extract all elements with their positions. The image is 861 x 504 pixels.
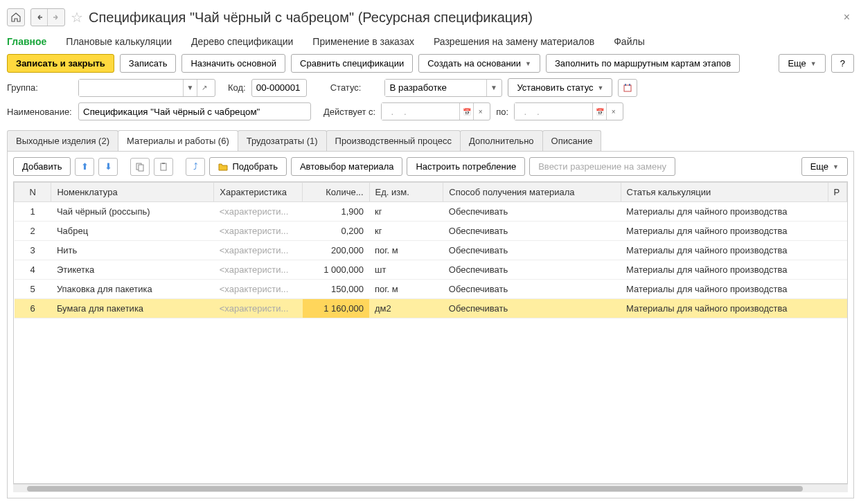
share-button[interactable]: ⤴ <box>186 158 205 176</box>
status-input[interactable] <box>385 80 486 96</box>
clear-icon[interactable]: × <box>606 103 620 120</box>
forward-button[interactable] <box>48 9 64 26</box>
valid-from-label: Действует с: <box>323 107 375 117</box>
col-item[interactable]: Номенклатура <box>51 183 214 202</box>
cell-char: <характеристи... <box>214 260 303 280</box>
col-n[interactable]: N <box>15 183 51 202</box>
cell-item: Нить <box>51 241 214 260</box>
cell-qty: 1,900 <box>303 202 369 222</box>
tab-description[interactable]: Описание <box>542 130 602 151</box>
home-button[interactable] <box>7 8 25 26</box>
table-header-row: N Номенклатура Характеристика Количе... … <box>15 183 847 202</box>
tab-materials[interactable]: Материалы и работы (6) <box>118 130 238 151</box>
table-row[interactable]: 1Чай чёрный (россыпь)<характеристи...1,9… <box>15 202 847 222</box>
move-down-button[interactable]: ⬇ <box>98 158 118 176</box>
cell-qty: 200,000 <box>303 241 369 260</box>
set-main-button[interactable]: Назначить основной <box>181 54 285 73</box>
compare-button[interactable]: Сравнить спецификации <box>291 54 413 73</box>
menu-permissions[interactable]: Разрешения на замену материалов <box>434 36 594 47</box>
back-button[interactable] <box>31 9 48 26</box>
col-p[interactable]: Р <box>828 183 846 202</box>
calendar-icon[interactable]: 📅 <box>459 103 473 120</box>
select-button[interactable]: Подобрать <box>209 157 286 176</box>
name-input[interactable] <box>78 102 311 120</box>
code-label: Код: <box>228 82 246 93</box>
menu-main[interactable]: Главное <box>7 36 46 47</box>
favorite-star-icon[interactable]: ☆ <box>71 9 83 26</box>
col-char[interactable]: Характеристика <box>214 183 303 202</box>
cell-unit: шт <box>369 260 443 280</box>
configure-button[interactable]: Настроить потребление <box>407 157 525 176</box>
col-article[interactable]: Статья калькуляции <box>621 183 828 202</box>
save-button[interactable]: Записать <box>120 54 177 73</box>
group-label: Группа: <box>7 82 73 93</box>
cell-p <box>828 222 846 241</box>
menu-tree[interactable]: Дерево спецификации <box>191 36 293 47</box>
tab-labor[interactable]: Трудозатраты (1) <box>238 130 327 151</box>
tab-process[interactable]: Производственный процесс <box>326 130 461 151</box>
cell-unit: кг <box>369 222 443 241</box>
clear-icon[interactable]: × <box>473 103 487 120</box>
status-label: Статус: <box>330 82 362 93</box>
cell-n: 5 <box>15 280 51 299</box>
code-input[interactable] <box>251 79 307 97</box>
cell-article: Материалы для чайного производства <box>621 202 828 222</box>
ing[interactable]: Еще▼ <box>801 157 848 176</box>
table-row[interactable]: 6Бумага для пакетика<характеристи...1 16… <box>15 299 847 318</box>
window: ☆ Спецификация "Чай чёрный с чабрецом" (… <box>0 0 861 504</box>
cell-n: 1 <box>15 202 51 222</box>
tab-additional[interactable]: Дополнительно <box>460 130 543 151</box>
cell-p <box>828 241 846 260</box>
group-input[interactable] <box>79 80 183 96</box>
table-row[interactable]: 5Упаковка для пакетика<характеристи...15… <box>15 280 847 299</box>
paste-button[interactable] <box>154 158 173 176</box>
to-label: по: <box>496 107 508 117</box>
dropdown-icon[interactable]: ▼ <box>183 80 197 96</box>
cell-char: <характеристи... <box>214 299 303 318</box>
group-combo[interactable]: ▼ ↗ <box>78 79 215 97</box>
more-button[interactable]: Еще▼ <box>779 54 825 73</box>
cell-qty: 1 000,000 <box>303 260 369 280</box>
tab-output[interactable]: Выходные изделия (2) <box>7 130 118 151</box>
cell-supply: Обеспечивать <box>443 280 621 299</box>
tab-content: Добавить ⬆ ⬇ ⤴ Подобрать Автовыбор матер… <box>7 151 854 498</box>
permission-button[interactable]: Ввести разрешение на замену <box>529 157 675 176</box>
menu-orders[interactable]: Применение в заказах <box>312 36 414 47</box>
cell-item: Чабрец <box>51 222 214 241</box>
date-to-input[interactable] <box>515 103 592 120</box>
create-based-button[interactable]: Создать на основании▼ <box>418 54 540 73</box>
set-status-button[interactable]: Установить статус▼ <box>508 78 612 97</box>
col-supply[interactable]: Способ получения материала <box>443 183 621 202</box>
move-up-button[interactable]: ⬆ <box>75 158 94 176</box>
table-row[interactable]: 2Чабрец<характеристи...0,200кгОбеспечива… <box>15 222 847 241</box>
open-icon[interactable]: ↗ <box>197 80 211 96</box>
auto-button[interactable]: Автовыбор материала <box>291 157 403 176</box>
status-extra-button[interactable] <box>618 79 637 97</box>
scrollbar-thumb[interactable] <box>27 486 803 492</box>
cell-article: Материалы для чайного производства <box>621 260 828 280</box>
table-row[interactable]: 3Нить<характеристи...200,000пог. мОбеспе… <box>15 241 847 260</box>
date-from-input[interactable] <box>382 103 459 120</box>
cell-char: <характеристи... <box>214 241 303 260</box>
date-from-combo[interactable]: 📅 × <box>381 102 490 120</box>
dropdown-icon[interactable]: ▼ <box>486 80 500 96</box>
col-qty[interactable]: Количе... <box>303 183 369 202</box>
cell-p <box>828 299 846 318</box>
help-button[interactable]: ? <box>831 54 854 73</box>
horizontal-scrollbar[interactable] <box>13 484 848 492</box>
add-button[interactable]: Добавить <box>13 157 71 176</box>
col-unit[interactable]: Ед. изм. <box>369 183 443 202</box>
date-to-combo[interactable]: 📅 × <box>514 102 623 120</box>
fill-route-button[interactable]: Заполнить по маршрутным картам этапов <box>546 54 740 73</box>
form-row-1: Группа: ▼ ↗ Код: Статус: ▼ Установить ст… <box>7 75 854 100</box>
calendar-icon[interactable]: 📅 <box>592 103 606 120</box>
save-close-button[interactable]: Записать и закрыть <box>7 54 114 73</box>
cell-n: 2 <box>15 222 51 241</box>
cell-unit: дм2 <box>369 299 443 318</box>
close-button[interactable]: × <box>840 10 854 25</box>
table-row[interactable]: 4Этикетка<характеристи...1 000,000штОбес… <box>15 260 847 280</box>
copy-button[interactable] <box>130 158 150 176</box>
menu-files[interactable]: Файлы <box>614 36 644 47</box>
menu-plan[interactable]: Плановые калькуляции <box>66 36 172 47</box>
status-combo[interactable]: ▼ <box>384 79 502 97</box>
